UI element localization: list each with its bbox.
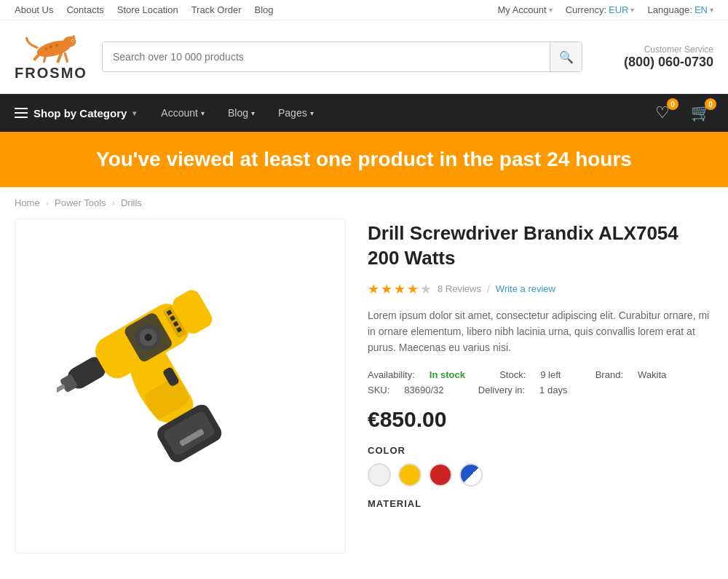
header: FROSMO 🔍 Customer Service (800) 060-0730 [0, 20, 728, 94]
banner-text: You've viewed at least one product in th… [15, 148, 713, 171]
nav-pages-chevron-icon: ▾ [310, 109, 314, 117]
write-review-link[interactable]: Write a review [496, 283, 555, 294]
nav-blog-label: Blog [228, 107, 248, 119]
my-account-label: My Account [497, 4, 546, 15]
svg-point-11 [72, 40, 74, 42]
svg-point-7 [50, 45, 53, 49]
logo-icon [22, 32, 80, 65]
svg-rect-14 [57, 384, 66, 395]
top-bar: About Us Contacts Store Location Track O… [0, 0, 728, 20]
svg-point-8 [55, 44, 58, 47]
reviews-count: 8 Reviews [438, 283, 481, 294]
wishlist-badge: 0 [667, 98, 678, 110]
nav-account[interactable]: Account ▾ [149, 94, 216, 132]
product-section: Drill Screwdriver Brandix ALX7054 200 Wa… [0, 218, 728, 575]
shop-by-category[interactable]: Shop by Category ▾ [15, 94, 149, 132]
breadcrumb-sep-2: › [112, 197, 115, 208]
color-swatch-blue[interactable] [459, 463, 483, 487]
star-rating: ★ ★ ★ ★ ★ [368, 281, 432, 297]
currency-value: EUR [609, 4, 628, 15]
product-meta-row-2: SKU: 83690/32 Delivery in: 1 days [368, 385, 713, 395]
my-account-dropdown[interactable]: My Account ▾ [497, 4, 552, 15]
search-input[interactable] [103, 42, 550, 71]
language-label: Language: [647, 4, 692, 15]
breadcrumb-home[interactable]: Home [15, 197, 40, 208]
svg-line-4 [65, 53, 67, 61]
star-1: ★ [368, 281, 379, 297]
product-rating: ★ ★ ★ ★ ★ 8 Reviews / Write a review [368, 281, 713, 297]
logo-text: FROSMO [15, 65, 87, 82]
wishlist-button[interactable]: ♡ 0 [649, 100, 676, 126]
logo[interactable]: FROSMO [15, 32, 87, 82]
nav-account-label: Account [161, 107, 198, 119]
product-title: Drill Screwdriver Brandix ALX7054 200 Wa… [368, 221, 713, 271]
stock-value: 9 left [540, 369, 561, 380]
currency-label: Currency: [566, 4, 606, 15]
shop-by-chevron-icon: ▾ [132, 109, 136, 117]
stock-label: Stock: [499, 369, 526, 380]
color-swatch-white[interactable] [368, 463, 391, 487]
store-location-link[interactable]: Store Location [117, 4, 178, 15]
language-chevron-icon: ▾ [710, 6, 713, 14]
drill-illustration [57, 248, 304, 524]
color-section: COLOR [368, 445, 713, 487]
currency-chevron-icon: ▾ [630, 6, 634, 14]
nav-pages[interactable]: Pages ▾ [266, 94, 325, 132]
blog-link[interactable]: Blog [255, 4, 274, 15]
search-icon: 🔍 [559, 50, 574, 64]
availability-value: In stock [430, 369, 465, 380]
color-swatch-yellow[interactable] [398, 463, 422, 487]
star-2: ★ [381, 281, 392, 297]
menu-icon [15, 108, 28, 118]
rating-divider: / [487, 283, 490, 295]
contacts-link[interactable]: Contacts [66, 4, 103, 15]
color-swatch-red[interactable] [429, 463, 452, 487]
nav-left: Shop by Category ▾ Account ▾ Blog ▾ Page… [15, 94, 325, 132]
color-swatches [368, 463, 713, 487]
shop-by-category-label: Shop by Category [33, 107, 127, 119]
my-account-chevron-icon: ▾ [549, 6, 553, 14]
product-description: Lorem ipsum dolor sit amet, consectetur … [368, 307, 713, 356]
cart-badge: 0 [705, 98, 716, 110]
breadcrumb-sep-1: › [46, 197, 49, 208]
breadcrumb-power-tools[interactable]: Power Tools [55, 197, 106, 208]
material-label: MATERIAL [368, 498, 713, 509]
language-dropdown[interactable]: Language: EN ▾ [647, 4, 713, 15]
top-bar-left: About Us Contacts Store Location Track O… [15, 4, 274, 15]
about-us-link[interactable]: About Us [15, 4, 53, 15]
product-price: €850.00 [368, 407, 713, 432]
customer-service: Customer Service (800) 060-0730 [597, 44, 713, 70]
customer-service-label: Customer Service [597, 44, 713, 55]
material-section: MATERIAL [368, 498, 713, 509]
track-order-link[interactable]: Track Order [191, 4, 242, 15]
brand-value: Wakita [638, 369, 666, 380]
product-image-container [15, 218, 346, 554]
currency-dropdown[interactable]: Currency: EUR ▾ [566, 4, 635, 15]
star-4: ★ [407, 281, 419, 297]
search-bar: 🔍 [102, 42, 582, 72]
language-value: EN [695, 4, 708, 15]
availability-label: Availability: [368, 369, 415, 380]
nav-bar: Shop by Category ▾ Account ▾ Blog ▾ Page… [0, 94, 728, 132]
promo-banner: You've viewed at least one product in th… [0, 132, 728, 187]
search-button[interactable]: 🔍 [550, 42, 582, 71]
svg-point-9 [45, 47, 47, 50]
sku-value: 83690/32 [404, 385, 443, 395]
breadcrumb: Home › Power Tools › Drills [0, 187, 728, 218]
product-image [30, 234, 331, 538]
sku-label: SKU: [368, 385, 389, 395]
cart-button[interactable]: 🛒 0 [687, 100, 713, 126]
nav-account-chevron-icon: ▾ [201, 109, 205, 117]
nav-pages-label: Pages [278, 107, 307, 119]
star-3: ★ [394, 281, 405, 297]
product-meta-row-1: Availability: In stock Stock: 9 left Bra… [368, 369, 713, 380]
color-label: COLOR [368, 445, 713, 456]
nav-blog[interactable]: Blog ▾ [216, 94, 266, 132]
breadcrumb-drills: Drills [121, 197, 142, 208]
top-bar-right: My Account ▾ Currency: EUR ▾ Language: E… [497, 4, 713, 15]
delivery-label: Delivery in: [478, 385, 525, 395]
customer-service-phone: (800) 060-0730 [597, 55, 713, 70]
star-5: ★ [420, 281, 432, 297]
delivery-value: 1 days [539, 385, 567, 395]
brand-label: Brand: [596, 369, 623, 380]
